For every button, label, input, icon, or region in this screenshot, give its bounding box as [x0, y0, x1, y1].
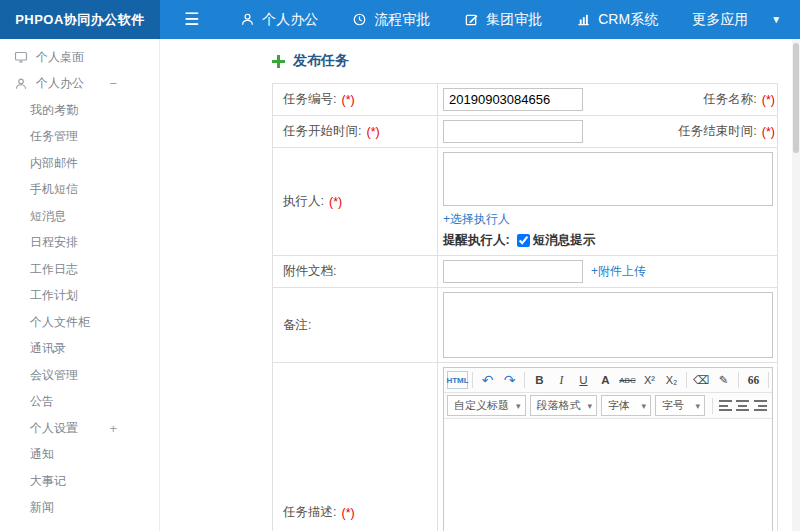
remark-row: 备注: — [273, 288, 777, 363]
end-time-label: 任务结束时间: — [678, 123, 756, 140]
sidebar-item-task-management[interactable]: 任务管理 — [0, 124, 159, 151]
remark-label: 备注: — [283, 317, 311, 334]
task-number-input[interactable] — [443, 88, 583, 111]
font-button[interactable]: A — [595, 370, 616, 390]
sidebar-item-desktop[interactable]: 个人桌面 — [0, 44, 159, 71]
align-right-button[interactable] — [752, 396, 769, 416]
editor-toolbar-row1: HTML ↶ ↷ B I U A ABC X² X₂ — [444, 368, 772, 393]
nav-item-more-apps[interactable]: 更多应用 ▼ — [675, 0, 798, 39]
toolbar-separator — [686, 372, 687, 388]
sidebar-item-work-log[interactable]: 工作日志 — [0, 256, 159, 283]
blockquote-button[interactable]: 66 — [743, 370, 764, 390]
desktop-icon — [14, 50, 29, 64]
user-icon — [14, 77, 29, 91]
sidebar-item-personal-office[interactable]: 个人办公 − — [0, 71, 159, 98]
description-row: 任务描述: (*) HTML ↶ ↷ B I U — [273, 363, 777, 531]
main-content: 发布任务 任务编号: (*) 任务名称: (*) — [160, 39, 800, 531]
required-mark: (*) — [329, 195, 342, 209]
strikethrough-button[interactable]: ABC — [617, 370, 638, 390]
chevron-down-icon: ▾ — [695, 401, 700, 411]
executor-label: 执行人: — [283, 193, 324, 210]
sidebar-item-mobile-sms[interactable]: 手机短信 — [0, 177, 159, 204]
paragraph-format-select[interactable]: 段落格式 ▾ — [530, 395, 598, 416]
publish-task-form: 任务编号: (*) 任务名称: (*) 任务开始时间: (*) — [272, 83, 778, 531]
scrollbar-thumb[interactable] — [793, 43, 799, 153]
task-number-label: 任务编号: — [283, 91, 336, 108]
remind-executor-label: 提醒执行人: — [443, 232, 510, 249]
custom-heading-select[interactable]: 自定义标题 ▾ — [447, 395, 526, 416]
toolbar-separator — [738, 372, 739, 388]
sidebar-item-work-plan[interactable]: 工作计划 — [0, 283, 159, 310]
required-mark: (*) — [366, 125, 379, 139]
redo-button[interactable]: ↷ — [499, 370, 520, 390]
chevron-down-icon: ▾ — [588, 401, 593, 411]
required-mark: (*) — [762, 93, 775, 107]
sidebar-item-meeting-management[interactable]: 会议管理 — [0, 362, 159, 389]
required-mark: (*) — [341, 93, 354, 107]
sidebar-item-announcement[interactable]: 公告 — [0, 389, 159, 416]
nav-item-crm[interactable]: CRM系统 — [559, 0, 675, 39]
html-source-button[interactable]: HTML — [447, 371, 468, 389]
eraser-button[interactable]: ⌫ — [691, 370, 712, 390]
align-left-button[interactable] — [717, 396, 734, 416]
sms-remind-checkbox[interactable] — [517, 234, 530, 247]
toolbar-separator — [712, 398, 713, 414]
sidebar-item-short-message[interactable]: 短消息 — [0, 203, 159, 230]
format-brush-button[interactable]: ✎ — [713, 370, 734, 390]
font-family-select[interactable]: 字体 ▾ — [601, 395, 651, 416]
underline-button[interactable]: U — [573, 370, 594, 390]
subscript-button[interactable]: X₂ — [661, 370, 682, 390]
editor-toolbar-row2: 自定义标题 ▾ 段落格式 ▾ 字体 ▾ — [444, 393, 772, 419]
start-time-input[interactable] — [443, 120, 583, 143]
executor-textarea[interactable] — [443, 152, 773, 206]
rich-text-editor: HTML ↶ ↷ B I U A ABC X² X₂ — [443, 367, 773, 531]
sidebar-item-file-cabinet[interactable]: 个人文件柜 — [0, 309, 159, 336]
sidebar-item-attendance[interactable]: 我的考勤 — [0, 97, 159, 124]
sidebar-item-milestones[interactable]: 大事记 — [0, 468, 159, 495]
sidebar-item-news[interactable]: 新闻 — [0, 495, 159, 522]
sms-remind-label: 短消息提示 — [533, 232, 596, 249]
collapse-icon[interactable]: − — [109, 76, 145, 91]
add-icon — [272, 55, 285, 68]
chevron-down-icon: ▼ — [771, 14, 781, 25]
sidebar-item-contacts[interactable]: 通讯录 — [0, 336, 159, 363]
toolbar-separator — [768, 372, 769, 388]
vertical-scrollbar[interactable] — [792, 39, 800, 531]
superscript-button[interactable]: X² — [639, 370, 660, 390]
undo-button[interactable]: ↶ — [477, 370, 498, 390]
clock-icon — [352, 12, 367, 27]
nav-item-group-approval[interactable]: 集团审批 — [447, 0, 559, 39]
toolbar-separator — [472, 372, 473, 388]
attachment-upload-link[interactable]: +附件上传 — [591, 263, 646, 280]
choose-executor-link[interactable]: +选择执行人 — [443, 211, 510, 228]
start-time-row: 任务开始时间: (*) 任务结束时间: (*) — [273, 116, 777, 148]
chevron-down-icon: ▾ — [641, 401, 646, 411]
expand-icon[interactable]: + — [109, 421, 145, 436]
attachment-label: 附件文档: — [283, 263, 336, 280]
nav-item-workflow-approval[interactable]: 流程审批 — [335, 0, 447, 39]
bar-chart-icon — [576, 12, 591, 27]
editor-content-area[interactable] — [444, 419, 772, 531]
attachment-input[interactable] — [443, 260, 583, 283]
toolbar-separator — [524, 372, 525, 388]
hamburger-menu-icon[interactable]: ☰ — [160, 0, 223, 39]
app-logo: PHPOA协同办公软件 — [0, 0, 160, 39]
sidebar-item-personal-settings[interactable]: 个人设置 + — [0, 415, 159, 442]
bold-button[interactable]: B — [529, 370, 550, 390]
sidebar: 个人桌面 个人办公 − 我的考勤 任务管理 内部邮件 手机短信 短消息 日程安排… — [0, 39, 160, 531]
align-center-button[interactable] — [735, 396, 752, 416]
topbar: PHPOA协同办公软件 ☰ 个人办公 流程审批 集团审批 CRM系统 — [0, 0, 800, 39]
edit-square-icon — [464, 12, 479, 27]
required-mark: (*) — [341, 506, 354, 520]
nav-item-personal-office[interactable]: 个人办公 — [223, 0, 335, 39]
sidebar-item-internal-mail[interactable]: 内部邮件 — [0, 150, 159, 177]
remark-textarea[interactable] — [443, 292, 773, 358]
task-name-label: 任务名称: — [703, 91, 756, 108]
sidebar-item-notice[interactable]: 通知 — [0, 442, 159, 469]
task-number-row: 任务编号: (*) 任务名称: (*) — [273, 84, 777, 116]
required-mark: (*) — [762, 125, 775, 139]
sidebar-item-schedule[interactable]: 日程安排 — [0, 230, 159, 257]
attachment-row: 附件文档: +附件上传 — [273, 256, 777, 288]
font-size-select[interactable]: 字号 ▾ — [655, 395, 705, 416]
italic-button[interactable]: I — [551, 370, 572, 390]
